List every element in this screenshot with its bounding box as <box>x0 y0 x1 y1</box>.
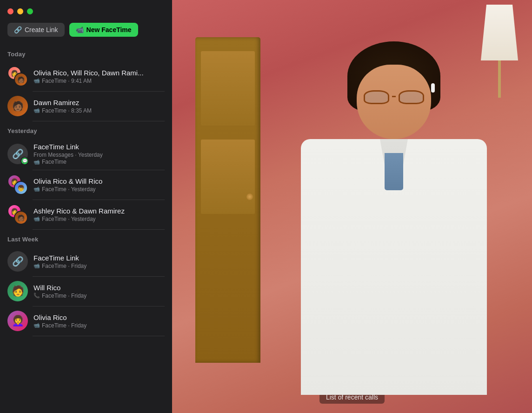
call-info-dawn-today: Dawn Ramirez 📹 FaceTime · 8:35 AM <box>33 99 165 114</box>
facetime-background <box>172 0 532 413</box>
call-name-group-today: Olivia Rico, Will Rico, Dawn Rami... <box>33 69 165 77</box>
door-knob <box>246 193 253 200</box>
from-messages-text: From Messages · Yesterday <box>33 152 103 158</box>
avatar-will-icon: 👦 <box>17 185 25 192</box>
call-meta-will-lastweek: 📞 FaceTime · Friday <box>33 293 165 299</box>
lamp-area <box>476 5 523 98</box>
glasses-right <box>399 90 424 104</box>
minimize-button[interactable] <box>17 8 23 14</box>
call-info-olivia-will: Olivia Rico & Will Rico 📹 FaceTime · Yes… <box>33 177 165 193</box>
call-time-link-lastweek: FaceTime · Friday <box>42 263 86 269</box>
glasses <box>364 90 424 104</box>
call-item-ashley-dawn[interactable]: 👩 🧑🏾 Ashley Rico & Dawn Ramirez 📹 FaceTi… <box>0 200 172 229</box>
call-item-olivia-lastweek[interactable]: 👩‍🦱 Olivia Rico 📹 FaceTime · Friday <box>0 306 172 336</box>
call-meta-dawn-today: 📹 FaceTime · 8:35 AM <box>33 107 165 114</box>
will-emoji-icon: 🧑 <box>12 285 24 297</box>
close-button[interactable] <box>7 8 13 14</box>
create-link-label: Create Link <box>25 26 58 33</box>
avatar-olivia-emoji: 👩‍🦱 <box>7 311 28 331</box>
glasses-left <box>364 90 389 104</box>
call-name-ashley-dawn: Ashley Rico & Dawn Ramirez <box>33 207 165 215</box>
call-item-olivia-will-yesterday[interactable]: 👩 👦 Olivia Rico & Will Rico 📹 FaceTime ·… <box>0 170 172 200</box>
avatar-dawn2-icon: 🧑🏾 <box>17 214 25 221</box>
app-container: 🔗 Create Link 📹 New FaceTime Today 👩 🧑🏾 <box>0 0 532 413</box>
video-icon-ashley-dawn: 📹 <box>33 216 40 222</box>
new-facetime-button[interactable]: 📹 New FaceTime <box>69 23 138 37</box>
call-time-group-today: FaceTime · 9:41 AM <box>42 78 92 84</box>
avatar-olivia-lastweek: 👩‍🦱 <box>7 311 28 331</box>
toolbar: 🔗 Create Link 📹 New FaceTime <box>0 20 172 44</box>
call-info-will-lastweek: Will Rico 📞 FaceTime · Friday <box>33 284 165 299</box>
call-name-link-yesterday: FaceTime Link <box>33 143 165 151</box>
call-info-olivia-lastweek: Olivia Rico 📹 FaceTime · Friday <box>33 313 165 329</box>
airpod <box>431 83 435 93</box>
avatar-will-lastweek: 🧑 <box>7 281 28 301</box>
call-name-olivia-will: Olivia Rico & Will Rico <box>33 177 165 185</box>
avatar-group-today: 👩 🧑🏾 <box>7 66 28 87</box>
call-item-facetime-link-lastweek[interactable]: 🔗 FaceTime Link 📹 FaceTime · Friday <box>0 246 172 276</box>
section-header-lastweek: Last Week <box>0 229 172 246</box>
olivia-emoji-icon: 👩‍🦱 <box>12 315 24 327</box>
call-meta-link-lastweek: 📹 FaceTime · Friday <box>33 263 165 269</box>
avatar-dawn-emoji: 🧑🏾 <box>7 96 28 116</box>
traffic-lights <box>0 0 172 20</box>
call-name-will-lastweek: Will Rico <box>33 284 165 292</box>
call-time-dawn-today: FaceTime · 8:35 AM <box>42 107 92 114</box>
sidebar: 🔗 Create Link 📹 New FaceTime Today 👩 🧑🏾 <box>0 0 172 413</box>
facetime-label-link: FaceTime <box>42 159 66 165</box>
call-info-facetime-link-lastweek: FaceTime Link 📹 FaceTime · Friday <box>33 254 165 269</box>
glasses-bridge <box>392 96 396 97</box>
call-meta-ashley-dawn: 📹 FaceTime · Yesterday <box>33 216 165 222</box>
section-header-yesterday: Yesterday <box>0 121 172 138</box>
avatar-dawn: 🧑🏾 <box>7 96 28 116</box>
phone-icon-will: 📞 <box>33 293 40 299</box>
head-area <box>347 46 440 153</box>
new-facetime-label: New FaceTime <box>86 26 132 33</box>
call-time-olivia-will: FaceTime · Yesterday <box>42 186 96 193</box>
door-panel-bottom <box>201 140 255 214</box>
shirt <box>385 153 403 190</box>
call-time-ashley-dawn: FaceTime · Yesterday <box>42 216 96 222</box>
video-icon-olivia-lastweek: 📹 <box>33 322 40 328</box>
call-time-olivia-lastweek: FaceTime · Friday <box>42 322 86 329</box>
badge-messages: 💬 <box>20 157 29 165</box>
link-icon-lastweek: 🔗 <box>12 256 24 267</box>
face <box>357 65 431 139</box>
avatar-link-lastweek: 🔗 <box>7 251 28 272</box>
call-meta-group-today: 📹 FaceTime · 9:41 AM <box>33 78 165 84</box>
call-info-group-today: Olivia Rico, Will Rico, Dawn Rami... 📹 F… <box>33 69 165 84</box>
dawn-emoji-icon: 🧑🏾 <box>12 100 24 112</box>
avatar-will-emoji: 🧑 <box>7 281 28 301</box>
call-name-dawn-today: Dawn Ramirez <box>33 99 165 107</box>
call-item-dawn-today[interactable]: 🧑🏾 Dawn Ramirez 📹 FaceTime · 8:35 AM <box>0 91 172 121</box>
link-icon: 🔗 <box>14 26 22 33</box>
maximize-button[interactable] <box>27 8 33 14</box>
clothing-body <box>301 139 487 395</box>
video-icon-small: 📹 <box>33 78 40 84</box>
call-item-group-today[interactable]: 👩 🧑🏾 Olivia Rico, Will Rico, Dawn Rami..… <box>0 61 172 91</box>
call-meta-olivia-lastweek: 📹 FaceTime · Friday <box>33 322 165 329</box>
lamp-shade <box>481 5 518 60</box>
call-item-will-lastweek[interactable]: 🧑 Will Rico 📞 FaceTime · Friday <box>0 276 172 306</box>
call-meta-olivia-will: 📹 FaceTime · Yesterday <box>33 186 165 193</box>
call-meta-link-from: From Messages · Yesterday <box>33 152 165 158</box>
door <box>195 37 260 363</box>
create-link-button[interactable]: 🔗 Create Link <box>7 23 65 37</box>
call-name-olivia-lastweek: Olivia Rico <box>33 313 165 321</box>
video-icon-olivia-will: 📹 <box>33 186 40 192</box>
avatar-link-yesterday: 🔗 💬 <box>7 144 28 164</box>
call-item-facetime-link-yesterday[interactable]: 🔗 💬 FaceTime Link From Messages · Yester… <box>0 138 172 170</box>
avatar-group-olivia-will: 👩 👦 <box>7 174 28 195</box>
lamp-pole <box>498 60 501 98</box>
woman-figure <box>287 46 501 395</box>
section-header-today: Today <box>0 44 172 61</box>
video-icon-link: 📹 <box>33 159 40 165</box>
main-content: List of recent calls <box>172 0 532 413</box>
call-time-will-lastweek: FaceTime · Friday <box>42 293 86 299</box>
video-icon-link-lastweek: 📹 <box>33 263 40 269</box>
video-icon: 📹 <box>76 26 84 33</box>
door-panel-top <box>201 51 255 126</box>
call-name-link-lastweek: FaceTime Link <box>33 254 165 262</box>
call-info-ashley-dawn: Ashley Rico & Dawn Ramirez 📹 FaceTime · … <box>33 207 165 222</box>
video-icon-dawn: 📹 <box>33 107 40 113</box>
